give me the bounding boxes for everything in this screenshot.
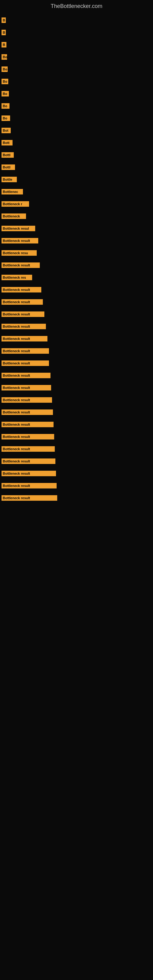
bar-label: Bo: [2, 79, 8, 84]
bar-row: Bottleneck result: [0, 296, 153, 308]
bar-row: Bottleneck result: [0, 357, 153, 369]
bar-row: Bottleneck result: [0, 467, 153, 480]
bars-container: BBBBoBoBoBoBoBoBotBottBottlBottlBottleBo…: [0, 11, 153, 507]
bar-row: Bottleneck result: [0, 406, 153, 418]
bar-label: Bottleneck result: [2, 299, 43, 305]
bar-label: Bottleneck result: [2, 385, 51, 390]
bar-row: Bo: [0, 75, 153, 88]
bar-label: Bottleneck res: [2, 275, 32, 280]
bar-row: Bottleneck result: [0, 492, 153, 504]
bar-row: Bottleneck result: [0, 455, 153, 467]
bar-row: Bo: [0, 112, 153, 124]
bar-row: Bottleneck: [0, 210, 153, 222]
bar-label: Bottl: [2, 164, 15, 170]
bar-label: Bottleneck result: [2, 458, 56, 464]
bar-label: Bottl: [2, 152, 14, 158]
bar-label: Bottleneck result: [2, 483, 57, 488]
bar-row: Bottleneck result: [0, 394, 153, 406]
bar-row: Bottleneck result: [0, 418, 153, 431]
bar-label: Bottleneck resul: [2, 226, 35, 231]
bar-row: Bottleneck result: [0, 320, 153, 332]
bar-label: Bottleneck resu: [2, 250, 37, 256]
bar-label: B: [2, 42, 6, 48]
bar-row: Bottl: [0, 149, 153, 161]
bar-label: Bo: [2, 54, 7, 60]
bar-row: Bottleneck result: [0, 345, 153, 357]
bar-label: Bottleneck result: [2, 287, 41, 293]
bar-label: Bottleneck result: [2, 348, 49, 354]
bar-label: Bottleneck r: [2, 201, 29, 207]
bar-label: Bottleneck result: [2, 434, 54, 439]
bar-label: Bottleneck result: [2, 324, 46, 329]
bar-label: Bo: [2, 115, 10, 121]
bar-label: Bott: [2, 140, 13, 145]
bar-row: Bo: [0, 63, 153, 75]
bar-label: Bottleneck result: [2, 422, 54, 427]
site-title: TheBottlenecker.com: [0, 0, 153, 11]
bar-label: Bottleneck result: [2, 446, 55, 452]
bar-row: Bottleneck result: [0, 443, 153, 455]
bar-label: B: [2, 18, 6, 23]
bar-row: Bottleneck result: [0, 235, 153, 247]
bar-label: Bottleneck result: [2, 409, 53, 415]
bar-row: Bot: [0, 124, 153, 137]
bar-label: Bottleneck result: [2, 397, 52, 403]
bar-label: Bottleneck result: [2, 262, 40, 268]
bar-label: Bottleneck result: [2, 360, 49, 366]
bar-row: Bott: [0, 137, 153, 149]
bar-row: B: [0, 14, 153, 26]
bar-row: Bottleneck result: [0, 382, 153, 394]
bar-label: Bottlenec: [2, 189, 23, 194]
bar-label: Bottleneck: [2, 213, 26, 219]
bar-label: Bottleneck result: [2, 238, 38, 243]
bar-row: Bo: [0, 51, 153, 63]
bar-row: Bottleneck result: [0, 332, 153, 345]
bar-row: Bottle: [0, 173, 153, 186]
bar-label: Bot: [2, 128, 11, 133]
bar-row: Bottleneck resu: [0, 247, 153, 259]
bar-row: Bottl: [0, 161, 153, 173]
bar-row: B: [0, 26, 153, 38]
site-title-text: TheBottlenecker.com: [51, 3, 102, 9]
bar-row: Bottleneck result: [0, 431, 153, 443]
bar-label: Bo: [2, 91, 9, 97]
bar-row: Bottleneck result: [0, 308, 153, 320]
bar-row: Bo: [0, 100, 153, 112]
bar-label: Bottle: [2, 177, 17, 182]
bar-label: B: [2, 30, 6, 35]
bar-row: B: [0, 38, 153, 51]
bar-row: Bottleneck result: [0, 283, 153, 296]
bar-label: Bottleneck result: [2, 471, 56, 476]
bar-label: Bo: [2, 67, 8, 72]
bar-row: Bottleneck r: [0, 198, 153, 210]
bar-label: Bottleneck result: [2, 495, 57, 501]
bar-row: Bo: [0, 88, 153, 100]
bar-row: Bottleneck result: [0, 259, 153, 271]
bar-row: Bottleneck result: [0, 480, 153, 492]
bar-label: Bottleneck result: [2, 336, 48, 342]
bar-label: Bo: [2, 103, 10, 109]
bar-label: Bottleneck result: [2, 312, 45, 317]
bar-label: Bottleneck result: [2, 373, 51, 378]
bar-row: Bottlenec: [0, 186, 153, 198]
bar-row: Bottleneck resul: [0, 222, 153, 235]
bar-row: Bottleneck result: [0, 369, 153, 382]
bar-row: Bottleneck res: [0, 271, 153, 283]
